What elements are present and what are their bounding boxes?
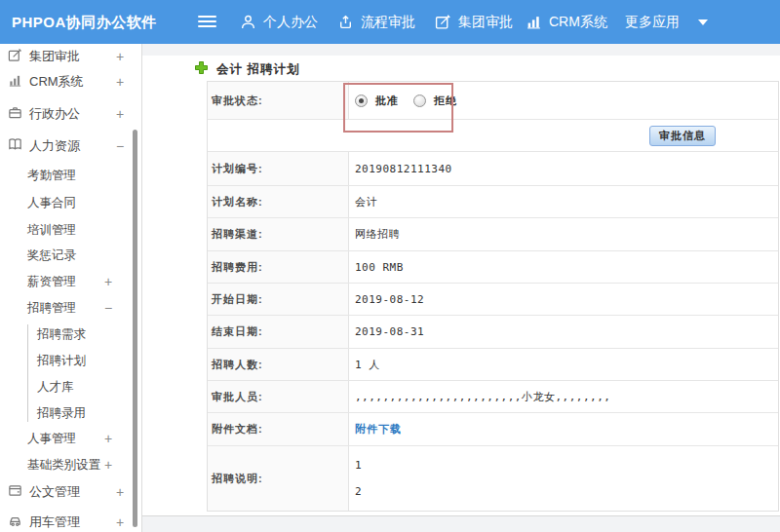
field-label: 计划名称: — [208, 186, 349, 217]
sidebar-scrollbar[interactable] — [133, 130, 137, 527]
field-row-approval-status: 审批状态: 批准 拒绝 — [208, 82, 778, 120]
bar-chart-icon — [526, 14, 542, 30]
sidebar-item-label: 人事合同 — [27, 195, 76, 211]
sidebar-item-recruitment-plan[interactable]: 招聘计划 — [0, 350, 141, 371]
collapse-toggle[interactable]: − — [104, 300, 112, 316]
button-row: 审批信息 — [208, 120, 778, 152]
field-label: 招聘人数: — [208, 349, 349, 380]
approval-info-button[interactable]: 审批信息 — [649, 126, 716, 146]
expand-toggle[interactable]: + — [116, 106, 124, 122]
field-row-attachment: 附件文档: 附件下载 — [208, 413, 778, 446]
field-value: 100 RMB — [349, 251, 778, 283]
nav-workflow-approval[interactable]: 流程审批 — [337, 0, 415, 44]
collapse-toggle[interactable]: − — [116, 138, 124, 154]
radio-approve-label: 批准 — [375, 94, 399, 108]
sidebar-item-label: 用车管理 — [29, 513, 80, 531]
sidebar-item-label: 培训管理 — [27, 222, 76, 239]
share-icon — [337, 14, 354, 30]
sidebar-item-label: 公文管理 — [29, 483, 80, 501]
page-title-text: 会计 招聘计划 — [216, 61, 299, 78]
field-row-recruit-channel: 招聘渠道: 网络招聘 — [208, 218, 778, 251]
sidebar-item-attendance[interactable]: 考勤管理 — [0, 165, 141, 186]
sidebar-item-training[interactable]: 培训管理 — [0, 219, 141, 241]
expand-toggle[interactable]: + — [116, 74, 124, 90]
bar-chart-icon — [8, 73, 22, 91]
sidebar-item-label: 行政办公 — [29, 105, 80, 123]
sidebar-item-label: 人事管理 — [27, 431, 76, 447]
field-row-headcount: 招聘人数: 1 人 — [208, 349, 778, 381]
nav-personal-office[interactable]: 个人办公 — [240, 0, 318, 44]
detail-table: 审批状态: 批准 拒绝 审批信息 计划编号: 20190812111340 计划… — [207, 81, 779, 512]
sidebar-item-salary[interactable]: 薪资管理 + — [0, 271, 141, 292]
expand-toggle[interactable]: + — [104, 274, 112, 289]
field-row-recruit-cost: 招聘费用: 100 RMB — [208, 251, 778, 284]
field-label: 审批人员: — [208, 381, 349, 412]
sidebar-item-talent-pool[interactable]: 人才库 — [0, 376, 141, 398]
nav-crm-system[interactable]: CRM系统 — [526, 0, 607, 44]
approval-options: 批准 拒绝 — [349, 82, 778, 119]
field-value: 20190812111340 — [349, 152, 778, 185]
expand-toggle[interactable]: + — [116, 484, 124, 500]
description-line: 1 — [355, 459, 362, 472]
nav-label: CRM系统 — [549, 14, 607, 31]
field-value: 附件下载 — [349, 413, 778, 445]
sidebar-item-personnel-contract[interactable]: 人事合同 — [0, 192, 141, 213]
radio-reject[interactable] — [413, 95, 426, 107]
sidebar-item-recruitment-hiring[interactable]: 招聘录用 — [0, 402, 141, 424]
radio-approve[interactable] — [355, 95, 368, 107]
field-row-end-date: 结束日期: 2019-08-31 — [208, 316, 778, 349]
sidebar-item-admin-office[interactable]: 行政办公 + — [0, 103, 141, 125]
field-row-plan-number: 计划编号: 20190812111340 — [208, 152, 778, 186]
field-value: 网络招聘 — [349, 218, 778, 250]
expand-toggle[interactable]: + — [104, 431, 112, 446]
sidebar-item-recruitment-demand[interactable]: 招聘需求 — [0, 323, 141, 345]
app-header: PHPOA协同办公软件 个人办公 流程审批 集团审批 — [0, 0, 780, 44]
briefcase-icon — [8, 105, 22, 123]
sidebar-item-personnel-management[interactable]: 人事管理 + — [0, 428, 141, 449]
field-value: ,,,,,,,,,,,,,,,,,,,,,,,,小龙女,,,,,,,, — [349, 381, 778, 412]
sidebar-item-label: 薪资管理 — [27, 274, 76, 290]
sidebar-item-label: 招聘计划 — [37, 353, 86, 369]
sidebar-item-crm-system[interactable]: CRM系统 + — [0, 71, 141, 93]
sidebar-item-label: 考勤管理 — [27, 168, 76, 184]
field-label: 招聘费用: — [208, 251, 349, 283]
nav-group-approval[interactable]: 集团审批 — [435, 0, 513, 44]
user-icon — [240, 14, 256, 30]
caret-down-icon — [698, 19, 708, 25]
sidebar-item-label: 人才库 — [37, 379, 74, 396]
sidebar-item-label: 招聘需求 — [37, 326, 86, 343]
nav-more-apps[interactable]: 更多应用 — [625, 0, 708, 44]
sidebar-item-basic-category-settings[interactable]: 基础类别设置 + — [0, 454, 141, 475]
sidebar-item-recruitment[interactable]: 招聘管理 − — [0, 297, 141, 319]
sidebar-item-rewards-punishments[interactable]: 奖惩记录 — [0, 245, 141, 266]
sidebar-item-vehicle-management[interactable]: 用车管理 + — [0, 512, 141, 532]
attachment-download-link[interactable]: 附件下载 — [355, 422, 402, 437]
sidebar-item-document-management[interactable]: 公文管理 + — [0, 481, 141, 503]
field-row-start-date: 开始日期: 2019-08-12 — [208, 284, 778, 316]
field-value: 1 人 — [349, 349, 778, 380]
field-row-approvers: 审批人员: ,,,,,,,,,,,,,,,,,,,,,,,,小龙女,,,,,,,… — [208, 381, 778, 413]
expand-toggle[interactable]: + — [116, 514, 124, 530]
description-line: 2 — [355, 485, 362, 498]
sidebar-item-label: 人力资源 — [29, 137, 80, 155]
sidebar-item-label: 基础类别设置 — [27, 457, 100, 474]
sidebar-item-label: 奖惩记录 — [27, 247, 76, 264]
edit-icon — [435, 14, 451, 30]
sidebar-item-label: 集团审批 — [29, 48, 80, 65]
field-label: 招聘渠道: — [208, 218, 349, 250]
field-label: 招聘说明: — [208, 446, 349, 511]
field-value: 2019-08-31 — [349, 316, 778, 348]
nav-label: 流程审批 — [361, 14, 415, 31]
sidebar-item-label: CRM系统 — [29, 73, 84, 91]
sidebar-item-human-resources[interactable]: 人力资源 − — [0, 135, 141, 157]
sidebar-item-group-approval[interactable]: 集团审批 + — [0, 46, 141, 67]
book-icon — [8, 137, 22, 155]
field-value: 2019-08-12 — [349, 284, 778, 315]
field-label: 结束日期: — [208, 316, 349, 348]
nav-label: 个人办公 — [263, 14, 318, 31]
expand-toggle[interactable]: + — [104, 457, 112, 473]
app-logo: PHPOA协同办公软件 — [12, 0, 157, 44]
hamburger-menu-icon[interactable] — [198, 16, 216, 28]
expand-toggle[interactable]: + — [116, 49, 124, 64]
car-icon — [8, 513, 22, 531]
